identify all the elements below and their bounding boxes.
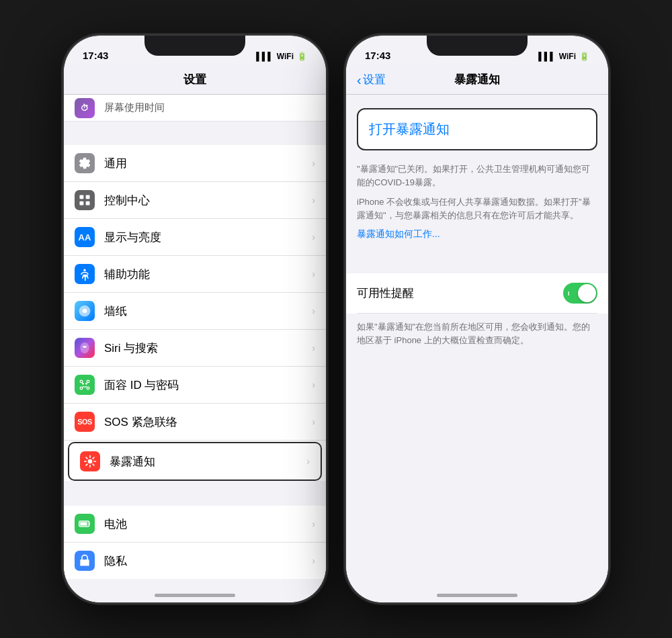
faceid-label: 面容 ID 与密码	[104, 377, 312, 393]
svg-rect-24	[80, 522, 87, 526]
top-partial-group: ⏱ 屏幕使用时间	[64, 95, 326, 122]
svg-line-22	[86, 464, 87, 465]
toggle-text: I	[568, 290, 570, 297]
general-icon	[75, 153, 95, 173]
battery-chevron: ›	[312, 518, 315, 529]
nav-bar-right: ‹ 设置 暴露通知	[346, 65, 608, 95]
list-item-sos[interactable]: SOS SOS 紧急联络 ›	[64, 404, 326, 441]
list-item-display[interactable]: AA 显示与亮度 ›	[64, 219, 326, 256]
availability-label: 可用性提醒	[357, 285, 414, 301]
availability-row: 可用性提醒 I	[357, 273, 597, 314]
availability-description: 如果"暴露通知"在您当前所在地区可用，您会收到通知。您的地区基于 iPhone …	[346, 314, 608, 353]
open-exposure-card[interactable]: 打开暴露通知	[357, 108, 597, 150]
back-chevron-icon: ‹	[357, 73, 362, 87]
wifi-icon-right: WiFi	[559, 52, 576, 61]
screen-time-label: 屏幕使用时间	[104, 101, 315, 114]
settings-content: ⏱ 屏幕使用时间 通用 ›	[64, 95, 326, 602]
accessibility-icon	[75, 264, 95, 284]
list-item-battery[interactable]: 电池 ›	[64, 506, 326, 543]
signal-icon: ▌▌▌	[256, 52, 274, 61]
availability-section: 可用性提醒 I	[346, 273, 608, 314]
battery-icon-item	[75, 514, 95, 534]
svg-line-20	[93, 464, 94, 465]
privacy-label: 隐私	[104, 553, 312, 569]
gap-1	[64, 122, 326, 145]
list-item-siri[interactable]: Siri 与搜索 ›	[64, 330, 326, 367]
list-item-wallpaper[interactable]: 墙纸 ›	[64, 293, 326, 330]
gap-2	[64, 482, 326, 506]
accessibility-label: 辅助功能	[104, 267, 312, 282]
battery-label: 电池	[104, 516, 312, 532]
svg-point-12	[83, 383, 84, 385]
right-iphone: 17:43 ▌▌▌ WiFi 🔋 ‹ 设置 暴露通知 打开暴露通知 "暴露通知"…	[346, 36, 608, 602]
screen-time-icon: ⏱	[75, 98, 95, 118]
general-label: 通用	[104, 156, 312, 171]
exposure-chevron: ›	[306, 456, 310, 467]
sos-icon: SOS	[75, 412, 95, 432]
svg-point-5	[83, 269, 85, 271]
accessibility-chevron: ›	[312, 269, 315, 279]
toggle-knob	[578, 284, 596, 302]
section-divider	[346, 250, 608, 273]
control-center-chevron: ›	[312, 195, 315, 206]
svg-rect-4	[86, 201, 90, 206]
siri-icon	[75, 338, 95, 358]
status-time-left: 17:43	[83, 50, 108, 61]
status-time-right: 17:43	[365, 50, 390, 61]
privacy-icon	[75, 551, 95, 571]
partial-screen-time: ⏱ 屏幕使用时间	[64, 95, 326, 122]
top-gap	[346, 95, 608, 103]
availability-toggle[interactable]: I	[563, 283, 597, 304]
display-icon: AA	[75, 227, 95, 247]
faceid-icon	[75, 375, 95, 395]
battery-privacy-group: 电池 › 隐私 ›	[64, 506, 326, 579]
svg-rect-9	[87, 380, 89, 382]
list-item-privacy[interactable]: 隐私 ›	[64, 543, 326, 579]
svg-rect-11	[87, 387, 89, 389]
gap-3	[64, 579, 326, 602]
list-item-faceid[interactable]: 面容 ID 与密码 ›	[64, 367, 326, 404]
notch-right	[427, 36, 528, 56]
home-indicator-left	[155, 594, 235, 597]
siri-label: Siri 与搜索	[104, 340, 312, 356]
back-label: 设置	[363, 72, 386, 87]
faceid-chevron: ›	[312, 379, 315, 390]
svg-rect-1	[80, 195, 84, 199]
description-1: "暴露通知"已关闭。如果打开，公共卫生管理机构可通知您可能的COVID-19暴露…	[346, 156, 608, 195]
wallpaper-label: 墙纸	[104, 304, 312, 319]
wallpaper-chevron: ›	[312, 306, 315, 316]
display-label: 显示与亮度	[104, 230, 312, 245]
how-it-works-link[interactable]: 暴露通知如何工作...	[346, 228, 608, 250]
svg-rect-8	[80, 380, 82, 382]
exposure-icon	[80, 451, 100, 471]
screen-right: 17:43 ▌▌▌ WiFi 🔋 ‹ 设置 暴露通知 打开暴露通知 "暴露通知"…	[346, 36, 608, 602]
svg-point-13	[86, 383, 87, 385]
svg-line-21	[93, 457, 94, 459]
siri-chevron: ›	[312, 343, 315, 353]
home-indicator-right	[437, 594, 517, 597]
svg-rect-3	[80, 201, 84, 206]
open-button-label: 打开暴露通知	[369, 122, 450, 136]
page-title-right: 暴露通知	[454, 72, 500, 87]
sos-label: SOS 紧急联络	[104, 414, 312, 430]
screen-left: 17:43 ▌▌▌ WiFi 🔋 设置 ⏱ 屏幕使用时间	[64, 36, 326, 602]
list-item-control-center[interactable]: 控制中心 ›	[64, 182, 326, 219]
list-item-accessibility[interactable]: 辅助功能 ›	[64, 256, 326, 293]
list-item-general[interactable]: 通用 ›	[64, 145, 326, 182]
list-item-exposure[interactable]: 暴露通知 ›	[68, 442, 322, 481]
svg-point-14	[88, 459, 93, 464]
exposure-label: 暴露通知	[110, 454, 306, 469]
privacy-chevron: ›	[312, 555, 315, 566]
wallpaper-icon	[75, 301, 95, 321]
back-button[interactable]: ‹ 设置	[357, 72, 386, 87]
notch	[144, 36, 245, 56]
display-chevron: ›	[312, 232, 315, 242]
exposure-detail-content: 打开暴露通知 "暴露通知"已关闭。如果打开，公共卫生管理机构可通知您可能的COV…	[346, 95, 608, 602]
main-settings-group: 通用 › 控制中心 › AA 显示与亮度 ›	[64, 145, 326, 481]
nav-bar-left: 设置	[64, 65, 326, 95]
status-icons-right: ▌▌▌ WiFi 🔋	[538, 52, 589, 61]
status-icons-left: ▌▌▌ WiFi 🔋	[256, 52, 307, 61]
control-center-icon	[75, 190, 95, 210]
signal-icon-right: ▌▌▌	[538, 52, 556, 61]
description-2: iPhone 不会收集或与任何人共享暴露通知数据。如果打开"暴露通知"，与您暴露…	[346, 195, 608, 228]
